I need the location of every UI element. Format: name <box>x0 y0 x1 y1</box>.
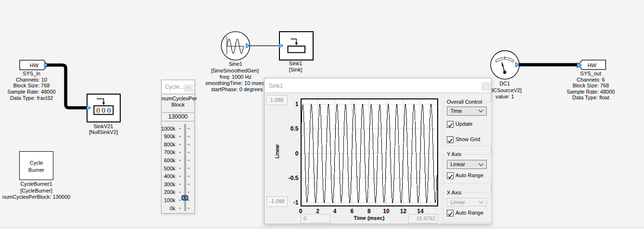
svg-text:100k: 100k <box>164 197 176 203</box>
svg-text:700k: 700k <box>164 149 176 155</box>
svg-text:1000k: 1000k <box>161 126 176 132</box>
svg-text:500k: 500k <box>164 166 176 171</box>
svg-text:400k: 400k <box>164 173 176 179</box>
svg-text:600k: 600k <box>164 157 176 163</box>
svg-text:200k: 200k <box>164 189 176 195</box>
svg-text:300k: 300k <box>164 181 176 187</box>
svg-text:0k: 0k <box>170 205 176 211</box>
svg-text:900k: 900k <box>164 133 176 139</box>
svg-text:800k: 800k <box>164 142 176 147</box>
